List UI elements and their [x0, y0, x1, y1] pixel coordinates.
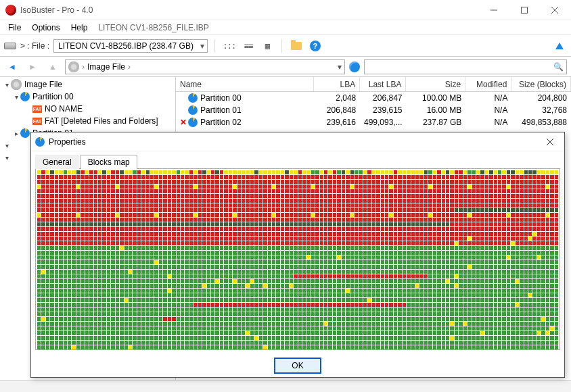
- help-button[interactable]: ?: [308, 39, 323, 53]
- cell-size: 100.00 MB: [407, 93, 466, 103]
- tree-part00[interactable]: ▾ Partition 00: [0, 91, 175, 103]
- blocks-map[interactable]: [37, 170, 558, 348]
- close-button[interactable]: [539, 0, 570, 20]
- tree-fatdel[interactable]: FAT FAT [Deleted Files and Folders]: [0, 115, 175, 127]
- col-name[interactable]: Name: [176, 77, 314, 91]
- minimize-icon: [490, 7, 497, 14]
- search-icon: 🔍: [553, 62, 564, 72]
- eject-icon: [555, 43, 564, 49]
- app-icon: [5, 5, 16, 16]
- cell-blocks: 32,768: [511, 105, 571, 115]
- icons-view-icon: ▦: [265, 41, 269, 51]
- view-icons-button[interactable]: ▦: [260, 39, 275, 53]
- partition-icon: [20, 128, 30, 138]
- cell-blocks: 498,853,888: [511, 118, 571, 127]
- properties-dialog: Properties General Blocks map OK: [30, 132, 565, 378]
- nav-bar: ◄ ► ▲ › Image File › ▾ 🔍: [0, 57, 571, 77]
- cell-size: 16.00 MB: [407, 105, 466, 115]
- open-folder-button[interactable]: [289, 39, 304, 53]
- list-row[interactable]: Partition 01206,848239,61516.00 MBN/A32,…: [176, 104, 571, 116]
- ok-button[interactable]: OK: [274, 358, 321, 374]
- help-icon: ?: [310, 41, 321, 51]
- col-size[interactable]: Size: [406, 77, 465, 91]
- view-details-button[interactable]: ≡≡: [241, 39, 256, 53]
- twisty-icon[interactable]: ▾: [3, 154, 11, 162]
- file-dropdown[interactable]: LITEON CV1-8B256.IBP (238.47 GB) ▾: [53, 39, 208, 53]
- menu-bar: File Options Help LITEON CV1-8B256_FILE.…: [0, 20, 571, 35]
- chevron-down-icon: ▾: [200, 41, 204, 51]
- breadcrumb-root[interactable]: Image File: [87, 62, 125, 72]
- search-input[interactable]: 🔍: [364, 59, 567, 74]
- partition-icon: [35, 137, 45, 147]
- tab-general[interactable]: General: [35, 155, 79, 169]
- menu-options[interactable]: Options: [26, 22, 65, 34]
- cell-modified: N/A: [465, 118, 511, 127]
- twisty-icon[interactable]: ▾: [3, 142, 11, 149]
- tree-root[interactable]: ▾ Image File: [0, 78, 175, 91]
- dialog-button-bar: OK: [31, 354, 564, 377]
- breadcrumb[interactable]: › Image File › ▾: [65, 59, 345, 74]
- separator: [214, 39, 215, 53]
- details-view-icon: ≡≡: [244, 41, 252, 51]
- dialog-close-button[interactable]: [540, 134, 560, 149]
- svg-rect-1: [521, 7, 527, 13]
- col-lastlba[interactable]: Last LBA: [360, 77, 406, 91]
- tree-label: FAT [Deleted Files and Folders]: [45, 116, 158, 126]
- list-row[interactable]: ✕Partition 02239,616499,093,...237.87 GB…: [176, 116, 571, 128]
- close-icon: [551, 7, 558, 14]
- col-blocks[interactable]: Size (Blocks): [511, 77, 571, 91]
- dialog-title-bar[interactable]: Properties: [31, 132, 564, 151]
- list-header: Name LBA Last LBA Size Modified Size (Bl…: [176, 77, 571, 92]
- separator: [281, 39, 282, 53]
- file-prefix: > : File :: [20, 41, 49, 51]
- nav-up-button[interactable]: ▲: [45, 59, 61, 74]
- title-bar: IsoBuster - Pro - 4.0: [0, 0, 571, 20]
- partition-icon: [188, 105, 198, 115]
- cell-name: Partition 01: [200, 105, 242, 115]
- list-view-icon: :::: [223, 41, 236, 51]
- tree-label: Image File: [24, 80, 62, 89]
- cell-lba: 239,616: [314, 118, 360, 127]
- minimize-button[interactable]: [478, 0, 509, 20]
- chevron-right-icon: ›: [128, 62, 131, 72]
- nav-back-button[interactable]: ◄: [4, 59, 20, 74]
- cell-lastlba: 206,847: [360, 93, 406, 103]
- refresh-icon[interactable]: [349, 62, 360, 72]
- cell-modified: N/A: [465, 105, 511, 115]
- dialog-title: Properties: [49, 137, 540, 147]
- file-dropdown-label: LITEON CV1-8B256.IBP (238.47 GB): [58, 41, 193, 51]
- partition-icon: [188, 93, 198, 103]
- partition-icon: [188, 118, 198, 127]
- cell-lastlba: 239,615: [360, 105, 406, 115]
- menu-help[interactable]: Help: [66, 22, 93, 34]
- view-list-button[interactable]: :::: [222, 39, 237, 53]
- disc-icon: [11, 79, 22, 90]
- chevron-down-icon[interactable]: ▾: [338, 62, 342, 72]
- twisty-icon[interactable]: ▸: [12, 130, 20, 137]
- tree-label: NO NAME: [45, 104, 83, 114]
- tab-body: [35, 169, 560, 350]
- eject-button[interactable]: [552, 39, 567, 53]
- col-lba[interactable]: LBA: [314, 77, 360, 91]
- cell-blocks: 204,800: [511, 93, 571, 103]
- cell-lba: 2,048: [314, 93, 360, 103]
- maximize-button[interactable]: [509, 0, 539, 20]
- twisty-icon[interactable]: ▾: [12, 93, 20, 101]
- twisty-icon[interactable]: ▾: [3, 81, 11, 89]
- maximize-icon: [521, 7, 528, 14]
- tree-noname[interactable]: FAT NO NAME: [0, 103, 175, 115]
- error-icon: ✕: [180, 118, 187, 127]
- cell-lastlba: 499,093,...: [360, 118, 407, 127]
- menu-file[interactable]: File: [3, 22, 26, 34]
- col-modified[interactable]: Modified: [465, 77, 511, 91]
- partition-icon: [20, 92, 30, 101]
- cell-lba: 206,848: [314, 105, 360, 115]
- tree-label: Partition 00: [32, 92, 74, 101]
- nav-forward-button[interactable]: ►: [24, 59, 41, 74]
- cell-modified: N/A: [465, 93, 511, 103]
- menu-loaded-file: LITEON CV1-8B256_FILE.IBP: [93, 22, 214, 34]
- chevron-right-icon: ›: [82, 62, 85, 72]
- close-icon: [547, 139, 553, 145]
- tab-blocks-map[interactable]: Blocks map: [81, 155, 137, 169]
- list-row[interactable]: Partition 002,048206,847100.00 MBN/A204,…: [176, 92, 571, 104]
